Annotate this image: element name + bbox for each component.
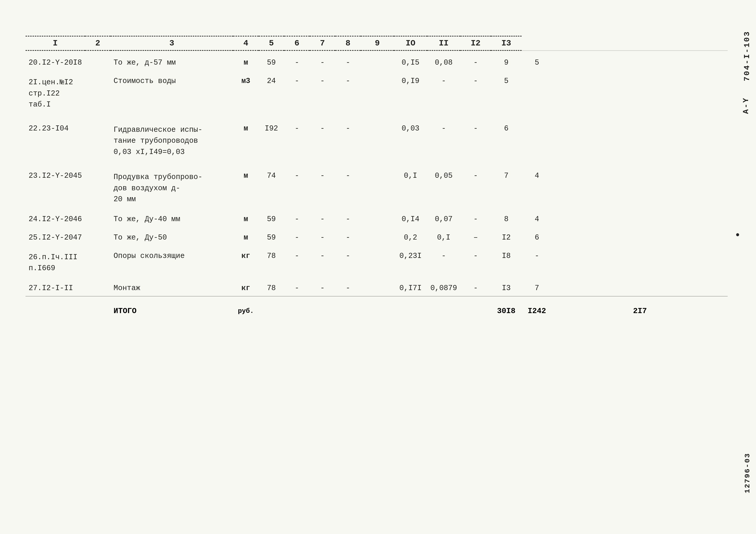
row6-col5: 59 <box>258 227 284 245</box>
row1-col10b: 0,08 <box>427 50 460 71</box>
row8-code: 27.I2-I-II <box>26 278 85 296</box>
row3-col4: м <box>233 114 258 161</box>
row8-col10: 0,I7I <box>394 278 427 296</box>
row4-col10b: 0,05 <box>427 161 460 209</box>
row8-col13: 7 <box>522 278 552 296</box>
row8-col12: I3 <box>491 278 522 296</box>
row8-col5: 78 <box>258 278 284 296</box>
row2-desc: Стоимость воды <box>111 71 233 114</box>
row5-col9 <box>361 209 394 227</box>
row8-col7: - <box>310 278 335 296</box>
row2-col10b: - <box>427 71 460 114</box>
row1-col8: - <box>335 50 361 71</box>
row7-desc: Опоры скользящие <box>111 245 233 278</box>
row5-col8: - <box>335 209 361 227</box>
table-row: 27.I2-I-II Монтаж кг 78 - - - 0, <box>26 278 728 296</box>
row1-col13: 5 <box>522 50 552 71</box>
row8-col4: кг <box>233 278 258 296</box>
side-label-bottom: 12796-03 <box>743 453 751 493</box>
row1-col11: - <box>460 50 491 71</box>
row5-unit-label <box>85 209 111 227</box>
row6-col4: м <box>233 227 258 245</box>
bullet-right: • <box>735 230 741 241</box>
row4-col9 <box>361 161 394 209</box>
row6-col7: - <box>310 227 335 245</box>
row4-col7: - <box>310 161 335 209</box>
header-col-2: 2 <box>85 36 111 50</box>
row2-unit-label <box>85 71 111 114</box>
row2-col7: - <box>310 71 335 114</box>
row2-col8: - <box>335 71 361 114</box>
row3-col8: - <box>335 114 361 161</box>
row2-col5: 24 <box>258 71 284 114</box>
row3-col6: - <box>284 114 310 161</box>
row3-unit-label <box>85 114 111 161</box>
row1-col6: - <box>284 50 310 71</box>
header-col-1: I <box>26 36 85 50</box>
itogo-col13a: I242 <box>522 296 552 321</box>
itogo-col13b: 2I7 <box>552 296 728 321</box>
row6-col13: 6 <box>522 227 552 245</box>
row4-col12: 7 <box>491 161 522 209</box>
header-col-11: II <box>427 36 460 50</box>
itogo-spacer <box>258 296 491 321</box>
header-col-3: 3 <box>111 36 233 50</box>
itogo-code <box>26 296 85 321</box>
itogo-col12: 30I8 <box>491 296 522 321</box>
row4-code: 23.I2-Y-2045 <box>26 161 85 209</box>
row6-col8: - <box>335 227 361 245</box>
row1-col10: 0,I5 <box>394 50 427 71</box>
header-col-4: 4 <box>233 36 258 50</box>
row8-col10b: 0,0879 <box>427 278 460 296</box>
row5-col5: 59 <box>258 209 284 227</box>
row7-col9 <box>361 245 394 278</box>
header-col-7: 7 <box>310 36 335 50</box>
row1-col4: м <box>233 50 258 71</box>
table-row: 22.23-I04 Гидравлическое испы- тание тру… <box>26 114 728 161</box>
row2-col6: - <box>284 71 310 114</box>
row3-code: 22.23-I04 <box>26 114 85 161</box>
row5-col11: - <box>460 209 491 227</box>
row7-col13: - <box>522 245 552 278</box>
row4-col5: 74 <box>258 161 284 209</box>
row4-col6: - <box>284 161 310 209</box>
table-row: 24.I2-Y-2046 То же, Ду-40 мм м 59 - - - <box>26 209 728 227</box>
row7-col12: I8 <box>491 245 522 278</box>
row8-col11: - <box>460 278 491 296</box>
row3-col5: I92 <box>258 114 284 161</box>
header-col-12: I2 <box>460 36 491 50</box>
row4-unit-label <box>85 161 111 209</box>
main-table: I 2 3 4 5 6 7 8 9 <box>26 36 728 321</box>
row3-desc: Гидравлическое испы- тание трубопроводов… <box>111 114 233 161</box>
row1-unit-label <box>85 50 111 71</box>
row1-desc: То же, д-57 мм <box>111 50 233 71</box>
row5-col6: - <box>284 209 310 227</box>
row7-unit-label <box>85 245 111 278</box>
row6-code: 25.I2-Y-2047 <box>26 227 85 245</box>
row8-col6: - <box>284 278 310 296</box>
row2-col11: - <box>460 71 491 114</box>
row4-col4: м <box>233 161 258 209</box>
table-row: 2I.цен.№I2 стр.I22 таб.I Стоимость воды … <box>26 71 728 114</box>
row6-col10b: 0,I <box>427 227 460 245</box>
table-row: 23.I2-Y-2045 Продувка трубопрово- дов во… <box>26 161 728 209</box>
row7-col10b: - <box>427 245 460 278</box>
itogo-label: ИТОГО <box>111 296 233 321</box>
row3-col11: - <box>460 114 491 161</box>
header-col-8: 8 <box>335 36 361 50</box>
row6-col6: - <box>284 227 310 245</box>
row4-desc: Продувка трубопрово- дов воздухом д- 20 … <box>111 161 233 209</box>
header-col-6: 6 <box>284 36 310 50</box>
row5-code: 24.I2-Y-2046 <box>26 209 85 227</box>
header-col-10: IO <box>394 36 427 50</box>
row6-col12: I2 <box>491 227 522 245</box>
row2-col9 <box>361 71 394 114</box>
header-col-5: 5 <box>258 36 284 50</box>
side-label-top: 704-I-103 <box>743 31 751 81</box>
itogo-unit: руб. <box>233 296 258 321</box>
row8-unit-label <box>85 278 111 296</box>
row4-col11: - <box>460 161 491 209</box>
row5-desc: То же, Ду-40 мм <box>111 209 233 227</box>
row7-code: 26.п.Iч.III п.I669 <box>26 245 85 278</box>
row7-col7: - <box>310 245 335 278</box>
